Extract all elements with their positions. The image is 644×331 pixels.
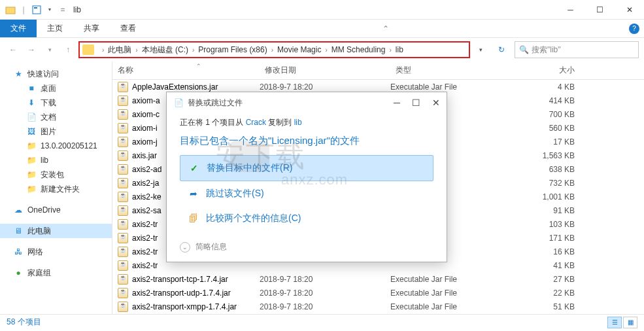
sidebar-item-label: 新建文件夹 [41,184,80,195]
tab-view[interactable]: 查看 [110,20,146,37]
text: 复制到 [266,118,294,127]
homegroup-icon: ● [13,268,24,278]
tab-file[interactable]: 文件 [0,20,37,37]
file-date: 2018-9-7 18:20 [260,288,390,298]
sidebar-item-homegroup[interactable]: ●家庭组 [0,266,112,280]
breadcrumb-seg[interactable]: MM Scheduling [331,45,386,54]
file-size: 41 KB [521,261,580,270]
minimize-button[interactable]: ─ [556,0,585,20]
picture-icon: 🖼 [26,126,37,137]
jar-icon [118,288,128,298]
sidebar-item-label: 家庭组 [27,268,51,279]
folder-icon [82,44,94,55]
file-row[interactable]: axis2-transport-xmpp-1.7.4.jar 2018-9-7 … [112,300,644,313]
source-link[interactable]: Crack [246,118,266,127]
option-skip[interactable]: ➦ 跳过该文件(S) [180,181,433,206]
chevron-right-icon[interactable]: › [385,46,395,54]
dest-link[interactable]: lib [294,118,302,127]
desktop-icon: ■ [26,83,37,94]
option-compare[interactable]: 🗐 比较两个文件的信息(C) [180,206,433,231]
sidebar-item-pictures[interactable]: 🖼图片 [0,124,112,139]
compare-icon: 🗐 [188,213,199,224]
sidebar-item-folder[interactable]: 📁安装包 [0,167,112,182]
sidebar-item-label: 安装包 [41,169,64,181]
sidebar-item-onedrive[interactable]: ☁OneDrive [0,203,112,217]
ribbon-expand-icon[interactable]: ⌃ [376,20,396,37]
file-name: axis2-transport-udp-1.7.4.jar [132,288,260,298]
properties-icon[interactable] [31,5,42,15]
jar-icon [118,164,128,175]
sidebar-item-folder[interactable]: 📁lib [0,153,112,167]
search-placeholder: 搜索"lib" [532,44,561,56]
search-input[interactable]: 🔍 搜索"lib" [515,41,639,58]
chevron-right-icon[interactable]: › [131,46,141,54]
maximize-button[interactable]: ☐ [585,0,615,20]
file-size: 22 KB [521,288,580,298]
dialog-close-button[interactable]: ✕ [432,97,440,108]
sidebar-item-folder[interactable]: 📁新建文件夹 [0,182,112,196]
sidebar-item-label: 桌面 [41,83,56,94]
breadcrumb-seg[interactable]: lib [396,45,403,54]
jar-icon [118,219,128,230]
dialog-expand[interactable]: ⌄ 简略信息 [180,236,433,253]
sidebar-item-label: 文档 [41,112,56,123]
file-row[interactable]: axis2-transport-tcp-1.7.4.jar 2018-9-7 1… [112,272,644,286]
col-size[interactable]: 大小 [521,65,580,76]
col-type[interactable]: 类型 [390,65,521,76]
sidebar-item-thispc[interactable]: 🖥此电脑 [0,224,112,238]
chevron-right-icon[interactable]: › [267,46,277,54]
chevron-right-icon[interactable]: › [98,46,108,54]
jar-icon [118,123,128,133]
quick-access-toolbar: | ▾ = [0,5,68,15]
file-row[interactable]: axis2-transport-udp-1.7.4.jar 2018-9-7 1… [112,286,644,300]
file-size: 91 KB [521,206,580,215]
dialog-maximize-button[interactable]: ☐ [412,97,420,108]
col-name[interactable]: 名称 [112,65,260,76]
close-button[interactable]: ✕ [615,0,644,20]
jar-icon [118,247,128,257]
folder-icon: 📁 [26,155,37,166]
chevron-right-icon[interactable]: › [321,46,331,54]
address-bar[interactable]: › 此电脑 › 本地磁盘 (C:) › Program Files (x86) … [78,41,470,58]
svg-rect-2 [34,7,37,9]
sidebar: ★快速访问 ■桌面 ⬇下载 📄文档 🖼图片 📁13.0.200205121 📁l… [0,61,112,314]
sidebar-item-quick[interactable]: ★快速访问 [0,67,112,81]
star-icon: ★ [13,69,24,79]
address-dropdown-icon[interactable]: ▾ [473,42,488,58]
back-button[interactable]: ← [5,42,21,58]
cloud-icon: ☁ [13,205,24,215]
file-name: axis2-transport-tcp-1.7.4.jar [132,275,260,284]
history-dropdown[interactable]: ▾ [42,42,58,58]
navbar: ← → ▾ ↑ › 此电脑 › 本地磁盘 (C:) › Program File… [0,38,644,61]
sidebar-item-documents[interactable]: 📄文档 [0,110,112,124]
equals-icon: = [58,5,68,15]
sidebar-item-folder[interactable]: 📁13.0.200205121 [0,139,112,153]
forward-button[interactable]: → [24,42,39,58]
icons-view-button[interactable]: ▦ [623,317,637,328]
up-button[interactable]: ↑ [60,42,76,58]
file-size: 560 KB [521,124,580,133]
help-icon[interactable]: ? [624,20,644,37]
file-size: 4 KB [521,82,580,92]
sidebar-item-network[interactable]: 🖧网络 [0,245,112,259]
option-label: 跳过该文件(S) [206,188,264,200]
sidebar-item-downloads[interactable]: ⬇下载 [0,96,112,110]
sidebar-item-desktop[interactable]: ■桌面 [0,81,112,96]
dialog-conflict-text: 目标已包含一个名为"Licensing.jar"的文件 [180,135,433,147]
tab-home[interactable]: 主页 [37,20,73,37]
refresh-button[interactable]: ↻ [494,42,509,58]
divider-icon: | [18,5,29,15]
breadcrumb-root[interactable]: 此电脑 [108,44,131,56]
tab-share[interactable]: 共享 [73,20,110,37]
breadcrumb-seg[interactable]: Movie Magic [277,45,321,54]
chevron-right-icon[interactable]: › [188,46,198,54]
file-size: 732 KB [521,179,580,188]
details-view-button[interactable]: ☰ [607,317,622,328]
dialog-minimize-button[interactable]: ─ [394,97,400,108]
option-replace[interactable]: ✓ 替换目标中的文件(R) [180,155,433,181]
breadcrumb-seg[interactable]: 本地磁盘 (C:) [142,44,188,56]
breadcrumb-seg[interactable]: Program Files (x86) [198,45,267,54]
jar-icon [118,233,128,243]
chevron-down-icon[interactable]: ▾ [44,5,55,15]
col-date[interactable]: 修改日期 [260,65,390,76]
